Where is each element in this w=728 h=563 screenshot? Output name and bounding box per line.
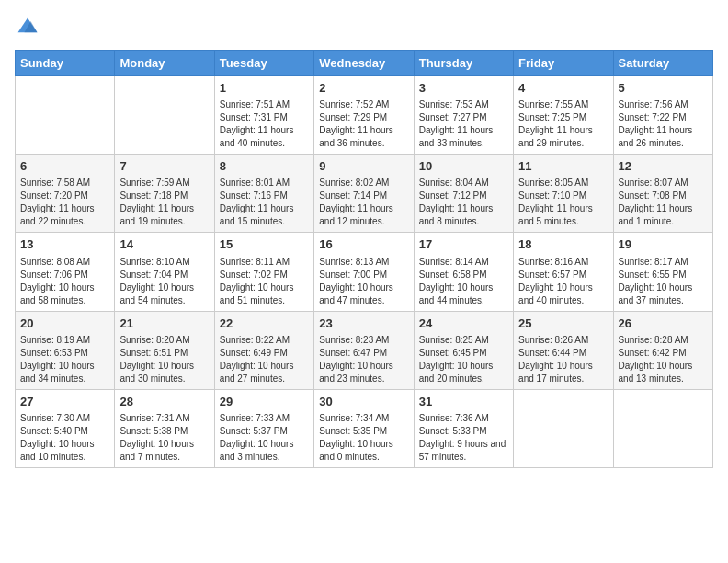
weekday-row: SundayMondayTuesdayWednesdayThursdayFrid… — [16, 51, 713, 76]
calendar-week-row: 27Sunrise: 7:30 AM Sunset: 5:40 PM Dayli… — [16, 389, 713, 467]
weekday-header: Saturday — [613, 51, 712, 76]
day-info: Sunrise: 8:20 AM Sunset: 6:51 PM Dayligh… — [119, 334, 209, 385]
day-info: Sunrise: 7:31 AM Sunset: 5:38 PM Dayligh… — [119, 412, 209, 464]
day-number: 14 — [119, 236, 209, 253]
day-number: 5 — [619, 80, 708, 97]
logo — [15, 15, 44, 40]
day-number: 21 — [119, 316, 209, 332]
day-info: Sunrise: 8:10 AM Sunset: 7:04 PM Dayligh… — [119, 256, 209, 307]
day-info: Sunrise: 8:08 AM Sunset: 7:06 PM Dayligh… — [20, 256, 109, 307]
day-number: 9 — [319, 158, 408, 175]
calendar-cell — [115, 76, 214, 155]
day-number: 31 — [419, 394, 508, 410]
calendar-cell: 26Sunrise: 8:28 AM Sunset: 6:42 PM Dayli… — [613, 311, 712, 389]
calendar-header: SundayMondayTuesdayWednesdayThursdayFrid… — [16, 51, 713, 76]
calendar-cell: 19Sunrise: 8:17 AM Sunset: 6:55 PM Dayli… — [613, 233, 712, 311]
day-number: 1 — [220, 80, 309, 97]
calendar-cell: 9Sunrise: 8:02 AM Sunset: 7:14 PM Daylig… — [314, 155, 414, 233]
day-info: Sunrise: 7:34 AM Sunset: 5:35 PM Dayligh… — [319, 412, 408, 464]
calendar-cell: 30Sunrise: 7:34 AM Sunset: 5:35 PM Dayli… — [314, 389, 414, 467]
day-info: Sunrise: 7:56 AM Sunset: 7:22 PM Dayligh… — [619, 98, 708, 150]
calendar-cell: 16Sunrise: 8:13 AM Sunset: 7:00 PM Dayli… — [314, 233, 414, 311]
page-header — [15, 15, 713, 40]
calendar-cell: 2Sunrise: 7:52 AM Sunset: 7:29 PM Daylig… — [314, 76, 414, 155]
calendar-cell: 21Sunrise: 8:20 AM Sunset: 6:51 PM Dayli… — [115, 311, 214, 389]
day-number: 17 — [419, 236, 508, 253]
day-number: 20 — [20, 316, 109, 332]
day-info: Sunrise: 8:14 AM Sunset: 6:58 PM Dayligh… — [419, 256, 508, 307]
calendar-cell: 7Sunrise: 7:59 AM Sunset: 7:18 PM Daylig… — [115, 155, 214, 233]
calendar-cell — [514, 389, 613, 467]
calendar-cell: 17Sunrise: 8:14 AM Sunset: 6:58 PM Dayli… — [414, 233, 513, 311]
calendar-cell: 11Sunrise: 8:05 AM Sunset: 7:10 PM Dayli… — [514, 155, 613, 233]
day-number: 24 — [419, 316, 508, 332]
calendar-cell: 6Sunrise: 7:58 AM Sunset: 7:20 PM Daylig… — [16, 155, 115, 233]
calendar-cell: 1Sunrise: 7:51 AM Sunset: 7:31 PM Daylig… — [214, 76, 313, 155]
calendar-cell — [16, 76, 115, 155]
day-number: 23 — [319, 316, 408, 332]
weekday-header: Wednesday — [314, 51, 414, 76]
calendar-cell: 18Sunrise: 8:16 AM Sunset: 6:57 PM Dayli… — [514, 233, 613, 311]
day-info: Sunrise: 8:16 AM Sunset: 6:57 PM Dayligh… — [518, 256, 608, 307]
calendar-cell: 15Sunrise: 8:11 AM Sunset: 7:02 PM Dayli… — [214, 233, 313, 311]
calendar-table: SundayMondayTuesdayWednesdayThursdayFrid… — [15, 50, 713, 468]
day-info: Sunrise: 8:25 AM Sunset: 6:45 PM Dayligh… — [419, 334, 508, 385]
calendar-cell: 4Sunrise: 7:55 AM Sunset: 7:25 PM Daylig… — [514, 76, 613, 155]
day-info: Sunrise: 8:04 AM Sunset: 7:12 PM Dayligh… — [419, 177, 508, 228]
calendar-cell: 14Sunrise: 8:10 AM Sunset: 7:04 PM Dayli… — [115, 233, 214, 311]
day-number: 15 — [220, 236, 309, 253]
day-info: Sunrise: 7:51 AM Sunset: 7:31 PM Dayligh… — [220, 98, 309, 150]
calendar-cell: 12Sunrise: 8:07 AM Sunset: 7:08 PM Dayli… — [613, 155, 712, 233]
day-number: 18 — [518, 236, 608, 253]
calendar-cell: 3Sunrise: 7:53 AM Sunset: 7:27 PM Daylig… — [414, 76, 513, 155]
calendar-cell: 31Sunrise: 7:36 AM Sunset: 5:33 PM Dayli… — [414, 389, 513, 467]
weekday-header: Monday — [115, 51, 214, 76]
day-number: 11 — [518, 158, 608, 175]
calendar-week-row: 20Sunrise: 8:19 AM Sunset: 6:53 PM Dayli… — [16, 311, 713, 389]
calendar-cell: 8Sunrise: 8:01 AM Sunset: 7:16 PM Daylig… — [214, 155, 313, 233]
day-number: 22 — [220, 316, 309, 332]
logo-icon — [15, 15, 40, 40]
day-info: Sunrise: 7:52 AM Sunset: 7:29 PM Dayligh… — [319, 98, 408, 150]
day-number: 2 — [319, 80, 408, 97]
day-info: Sunrise: 8:28 AM Sunset: 6:42 PM Dayligh… — [619, 334, 708, 385]
day-info: Sunrise: 8:02 AM Sunset: 7:14 PM Dayligh… — [319, 177, 408, 228]
day-number: 6 — [20, 158, 109, 175]
weekday-header: Sunday — [16, 51, 115, 76]
calendar-week-row: 1Sunrise: 7:51 AM Sunset: 7:31 PM Daylig… — [16, 76, 713, 155]
day-info: Sunrise: 7:36 AM Sunset: 5:33 PM Dayligh… — [419, 412, 508, 464]
day-info: Sunrise: 8:11 AM Sunset: 7:02 PM Dayligh… — [220, 256, 309, 307]
day-info: Sunrise: 8:01 AM Sunset: 7:16 PM Dayligh… — [220, 177, 309, 228]
calendar-week-row: 13Sunrise: 8:08 AM Sunset: 7:06 PM Dayli… — [16, 233, 713, 311]
day-info: Sunrise: 7:53 AM Sunset: 7:27 PM Dayligh… — [419, 98, 508, 150]
day-number: 4 — [518, 80, 608, 97]
calendar-cell: 24Sunrise: 8:25 AM Sunset: 6:45 PM Dayli… — [414, 311, 513, 389]
day-info: Sunrise: 8:23 AM Sunset: 6:47 PM Dayligh… — [319, 334, 408, 385]
day-number: 10 — [419, 158, 508, 175]
calendar-body: 1Sunrise: 7:51 AM Sunset: 7:31 PM Daylig… — [16, 76, 713, 468]
day-number: 27 — [20, 394, 109, 410]
day-info: Sunrise: 7:30 AM Sunset: 5:40 PM Dayligh… — [20, 412, 109, 464]
day-number: 13 — [20, 236, 109, 253]
calendar-cell: 13Sunrise: 8:08 AM Sunset: 7:06 PM Dayli… — [16, 233, 115, 311]
calendar-cell: 20Sunrise: 8:19 AM Sunset: 6:53 PM Dayli… — [16, 311, 115, 389]
day-info: Sunrise: 7:58 AM Sunset: 7:20 PM Dayligh… — [20, 177, 109, 228]
weekday-header: Tuesday — [214, 51, 313, 76]
calendar-cell: 29Sunrise: 7:33 AM Sunset: 5:37 PM Dayli… — [214, 389, 313, 467]
day-info: Sunrise: 8:19 AM Sunset: 6:53 PM Dayligh… — [20, 334, 109, 385]
day-info: Sunrise: 8:17 AM Sunset: 6:55 PM Dayligh… — [619, 256, 708, 307]
day-number: 7 — [119, 158, 209, 175]
calendar-cell: 10Sunrise: 8:04 AM Sunset: 7:12 PM Dayli… — [414, 155, 513, 233]
day-number: 12 — [619, 158, 708, 175]
weekday-header: Friday — [514, 51, 613, 76]
day-number: 16 — [319, 236, 408, 253]
day-info: Sunrise: 7:59 AM Sunset: 7:18 PM Dayligh… — [119, 177, 209, 228]
day-number: 25 — [518, 316, 608, 332]
day-number: 29 — [220, 394, 309, 410]
day-number: 28 — [119, 394, 209, 410]
weekday-header: Thursday — [414, 51, 513, 76]
calendar-cell: 22Sunrise: 8:22 AM Sunset: 6:49 PM Dayli… — [214, 311, 313, 389]
day-info: Sunrise: 8:13 AM Sunset: 7:00 PM Dayligh… — [319, 256, 408, 307]
day-number: 3 — [419, 80, 508, 97]
day-number: 19 — [619, 236, 708, 253]
